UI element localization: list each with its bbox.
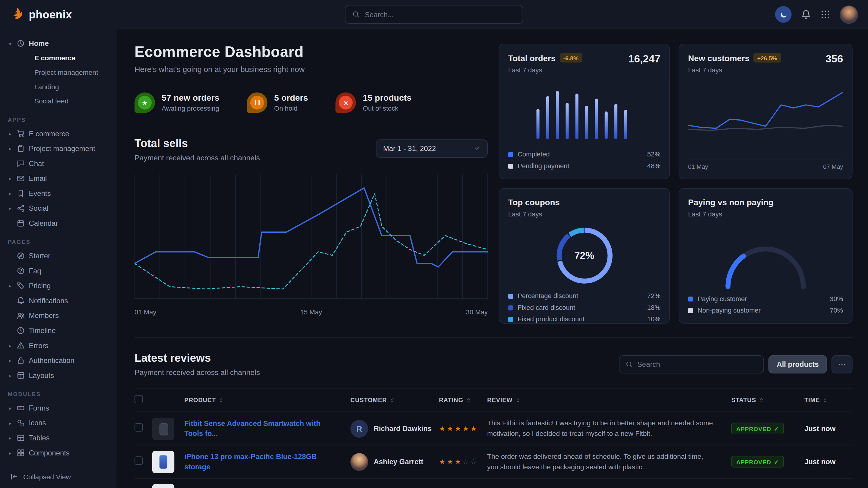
bar (604, 111, 608, 139)
sidebar-item-icons[interactable]: ▸ Icons (8, 415, 108, 430)
warning-icon (17, 341, 25, 350)
product-link[interactable]: iPhone 13 pro max-Pacific Blue-128GB sto… (184, 452, 350, 471)
bar (575, 93, 578, 139)
sidebar-item-e-commerce[interactable]: E commerce (8, 51, 108, 65)
bar (624, 110, 627, 139)
collapsed-view-toggle[interactable]: Collapsed View (0, 465, 116, 488)
sidebar-item-app-email[interactable]: ▸ Email (8, 171, 108, 186)
sidebar-item-members[interactable]: Members (8, 308, 108, 323)
sidebar-item-layouts[interactable]: ▸ Layouts (8, 368, 108, 383)
row-checkbox[interactable] (134, 423, 143, 432)
customer-name: Richard Dawkins (374, 424, 432, 433)
caret-right-icon: ▸ (8, 405, 13, 411)
all-products-button[interactable]: All products (769, 355, 827, 373)
total-sells-title: Total sells (134, 137, 260, 150)
new-customers-card: New customers+26.5% Last 7 days 356 01 M… (679, 44, 852, 180)
brand-name: phoenix (29, 8, 72, 21)
global-search (345, 5, 523, 24)
new-customers-value: 356 (826, 53, 843, 65)
sidebar-item-components[interactable]: ▸ Components (8, 446, 108, 461)
chat-icon (17, 159, 25, 168)
caret-right-icon: ▸ (8, 176, 13, 181)
compass-icon (17, 252, 25, 260)
clock-icon (17, 326, 25, 335)
column-header-status[interactable]: STATUS (732, 397, 804, 403)
latest-reviews-section: Latest reviews Payment received across a… (134, 337, 852, 488)
search-input[interactable] (365, 10, 516, 19)
reviews-subtitle: Payment received across all channels (134, 368, 619, 377)
sidebar-item-app-calendar[interactable]: Calendar (8, 216, 108, 231)
column-header-time[interactable]: TIME (804, 397, 853, 403)
sidebar-item-starter[interactable]: Starter (8, 248, 108, 263)
caret-right-icon: ▸ (8, 372, 13, 378)
select-all-checkbox[interactable] (134, 395, 143, 403)
table-row: iPhone 13 pro max-Pacific Blue-128GB sto… (134, 446, 852, 479)
caret-down-icon: ▾ (8, 41, 13, 46)
column-header-review[interactable]: REVIEW (487, 397, 731, 403)
change-badge: +26.5% (753, 53, 781, 62)
reviews-table: PRODUCT CUSTOMER RATING REVIEW STATUS TI… (134, 388, 852, 488)
close-icon: × (336, 93, 356, 113)
caret-right-icon: ▸ (8, 191, 13, 196)
rating-stars: ★★★☆☆ (439, 458, 487, 466)
collapse-icon (10, 473, 19, 481)
brand-logo[interactable]: phoenix (10, 6, 72, 22)
table-row: Fitbit Sense Advanced Smartwatch with To… (134, 412, 852, 445)
star-icon: ★ (134, 93, 155, 113)
row-checkbox[interactable] (134, 456, 143, 465)
chevron-down-icon (473, 145, 480, 152)
moon-icon (779, 10, 787, 19)
reviews-search-input[interactable] (637, 360, 757, 369)
caret-right-icon: ▸ (8, 358, 13, 363)
sort-icon (515, 397, 521, 403)
layout-icon (17, 371, 25, 380)
dark-mode-toggle[interactable] (775, 6, 792, 23)
product-image[interactable] (152, 484, 174, 488)
notifications-button[interactable] (801, 9, 811, 19)
bookmark-icon (17, 189, 25, 198)
stat-out-of-stock: × 15 products Out of stock (336, 93, 411, 113)
sidebar-item-forms[interactable]: ▸ Forms (8, 400, 108, 416)
legend-item: Percentage discount 72% (508, 292, 660, 300)
sort-icon (822, 397, 828, 403)
sidebar-item-social-feed[interactable]: Social feed (8, 94, 108, 108)
table-header: PRODUCT CUSTOMER RATING REVIEW STATUS TI… (134, 388, 852, 412)
sort-icon (389, 397, 395, 403)
date-range-select[interactable]: Mar 1 - 31, 2022 (376, 139, 488, 158)
sidebar-item-pricing[interactable]: ▸ Pricing (8, 278, 108, 293)
customer-cell[interactable]: R Richard Dawkins (350, 420, 439, 437)
more-options-button[interactable] (832, 355, 852, 373)
product-link[interactable]: Fitbit Sense Advanced Smartwatch with To… (184, 419, 350, 438)
sidebar-item-authentication[interactable]: ▸ Authentication (8, 353, 108, 368)
product-image[interactable] (152, 451, 174, 473)
sidebar-item-app-ecommerce[interactable]: ▸ E commerce (8, 126, 108, 141)
product-image[interactable] (152, 418, 174, 440)
sidebar-item-project-management[interactable]: Project management (8, 65, 108, 80)
sidebar-item-home[interactable]: ▾ Home (8, 36, 108, 51)
user-avatar[interactable] (840, 5, 858, 24)
sidebar-item-notifications[interactable]: Notifications (8, 293, 108, 308)
apps-menu-button[interactable] (820, 9, 830, 19)
table-row (134, 479, 852, 488)
sidebar-item-landing[interactable]: Landing (8, 79, 108, 94)
column-header-rating[interactable]: RATING (439, 397, 487, 403)
legend-item: Fixed product discount 10% (508, 315, 660, 323)
customer-cell[interactable]: Ashley Garrett (350, 453, 439, 470)
column-header-customer[interactable]: CUSTOMER (350, 397, 439, 403)
column-header-product[interactable]: PRODUCT (184, 397, 350, 403)
sidebar-item-app-chat[interactable]: Chat (8, 156, 108, 171)
sidebar-item-app-social[interactable]: ▸ Social (8, 201, 108, 216)
phoenix-logo-icon (10, 6, 24, 22)
sidebar-item-errors[interactable]: ▸ Errors (8, 338, 108, 353)
sidebar-item-app-events[interactable]: ▸ Events (8, 186, 108, 201)
sidebar-item-faq[interactable]: Faq (8, 263, 108, 279)
time-text: Just now (804, 424, 853, 433)
tag-icon (17, 282, 25, 290)
table-icon (17, 434, 25, 442)
legend-item: Pending payment 48% (508, 162, 660, 170)
sidebar-item-timeline[interactable]: Timeline (8, 323, 108, 338)
sidebar-item-app-project-management[interactable]: ▸ Project management (8, 141, 108, 156)
legend-item: Completed 52% (508, 151, 660, 158)
gauge-track (728, 249, 803, 287)
sidebar-item-tables[interactable]: ▸ Tables (8, 430, 108, 446)
